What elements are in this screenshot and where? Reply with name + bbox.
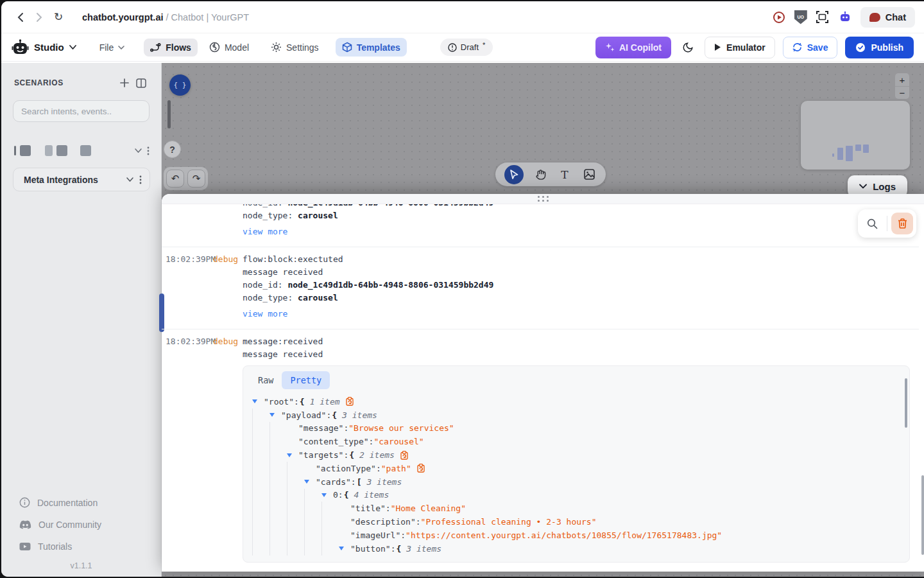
dark-mode-toggle[interactable] — [679, 39, 697, 57]
log-entry: 18:02:39PMdebugmessage:receivedmessage r… — [162, 329, 919, 572]
scenario-group-meta-integrations[interactable]: Meta Integrations — [13, 168, 150, 191]
model-label: Model — [225, 42, 249, 53]
kebab-menu-icon[interactable] — [139, 175, 142, 184]
copy-icon[interactable] — [417, 464, 425, 473]
indent-guide — [321, 542, 339, 556]
indent-guide — [270, 489, 287, 502]
settings-label: Settings — [286, 42, 319, 53]
copy-icon[interactable] — [400, 451, 408, 460]
log-search-button[interactable] — [861, 213, 883, 234]
json-count: 2 items — [359, 450, 395, 460]
tutorials-link[interactable]: Tutorials — [1, 536, 161, 557]
kebab-menu-icon[interactable] — [147, 146, 150, 155]
json-tree-row: "payload" : {3 items — [252, 408, 900, 422]
indent-guide — [321, 502, 339, 515]
browser-back-icon[interactable] — [10, 8, 30, 27]
zoom-out-button[interactable]: − — [895, 86, 909, 99]
json-tree-row: "button" : {3 items — [252, 542, 900, 556]
screenshot-extension-icon[interactable] — [816, 10, 830, 24]
indent-guide — [252, 448, 270, 462]
minimap-node — [855, 144, 861, 151]
scenario-list-item[interactable] — [14, 145, 150, 156]
chat-bubble-icon — [869, 13, 880, 22]
indent-guide — [270, 529, 287, 542]
canvas-drag-handle[interactable] — [167, 100, 171, 128]
minimap-node — [832, 153, 834, 157]
browser-forward-icon[interactable] — [30, 8, 49, 27]
zoom-in-button[interactable]: + — [895, 73, 909, 86]
ai-copilot-button[interactable]: AI Copilot — [595, 37, 671, 58]
select-tool-button[interactable] — [504, 165, 524, 184]
chevron-down-icon[interactable] — [126, 177, 133, 182]
browser-reload-icon[interactable]: ↻ — [49, 8, 68, 27]
search-input[interactable] — [21, 107, 141, 116]
tab-raw[interactable]: Raw — [250, 371, 282, 389]
collapse-arrow[interactable] — [252, 395, 264, 408]
file-menu[interactable]: File — [93, 39, 132, 57]
redo-button[interactable]: ↷ — [187, 170, 205, 188]
tab-model[interactable]: Model — [203, 38, 255, 57]
save-button[interactable]: Save — [783, 37, 838, 58]
collapse-arrow[interactable] — [321, 489, 333, 502]
documentation-link[interactable]: Documentation — [1, 491, 161, 514]
json-colon: : — [343, 450, 348, 460]
chat-extension-button[interactable]: Chat — [860, 7, 915, 28]
tab-settings[interactable]: Settings — [264, 38, 325, 57]
minimap[interactable] — [801, 101, 910, 170]
emulator-button[interactable]: Emulator — [705, 37, 775, 58]
tab-flows[interactable]: Flows — [144, 39, 198, 57]
collapse-sidebar-button[interactable] — [133, 74, 150, 91]
tab-templates[interactable]: Templates — [336, 38, 407, 57]
json-colon: : — [294, 397, 299, 407]
tab-pretty[interactable]: Pretty — [282, 371, 330, 389]
collapse-arrow[interactable] — [287, 448, 298, 462]
robot-extension-icon[interactable] — [838, 10, 852, 24]
shield-extension-icon[interactable]: UO — [794, 10, 807, 24]
text-tool-button[interactable]: T — [557, 167, 572, 182]
json-tree-row: "targets" : {2 items — [252, 448, 900, 462]
pan-tool-button[interactable] — [533, 167, 548, 182]
json-key: "actionType" — [316, 464, 376, 473]
collapse-arrow[interactable] — [270, 408, 281, 422]
undo-button[interactable]: ↶ — [166, 170, 184, 188]
json-tree-row: "root" : {1 item — [252, 395, 900, 408]
search-icon — [867, 218, 878, 229]
ai-copilot-label: AI Copilot — [619, 42, 662, 53]
indent-guide — [321, 515, 339, 529]
json-viewer-scrollbar[interactable] — [905, 378, 907, 428]
publish-button[interactable]: Publish — [845, 37, 914, 58]
json-key: 0 — [333, 490, 338, 500]
scenario-search[interactable] — [13, 100, 150, 122]
image-tool-button[interactable] — [581, 167, 597, 182]
indent-guide — [304, 515, 321, 529]
copy-icon[interactable] — [346, 397, 354, 406]
record-extension-icon[interactable] — [772, 10, 786, 24]
clear-logs-button[interactable] — [891, 213, 913, 234]
sparkles-icon — [605, 42, 615, 52]
studio-menu[interactable]: Studio — [12, 39, 76, 56]
view-more-link[interactable]: view more — [243, 225, 287, 238]
collapse-arrow[interactable] — [304, 475, 316, 489]
json-colon: : — [416, 517, 421, 527]
discord-icon — [19, 520, 31, 530]
indent-guide — [304, 489, 321, 502]
indent-guide — [287, 502, 304, 515]
add-scenario-button[interactable] — [116, 74, 133, 91]
view-less-link[interactable]: view less — [243, 571, 287, 572]
logs-scrollbar[interactable] — [921, 475, 924, 555]
url-bar[interactable]: chatbot.yourgpt.ai / Chatbot | YourGPT — [82, 12, 249, 22]
log-level-badge — [213, 204, 243, 238]
logs-panel-drag-bar[interactable] — [162, 194, 924, 204]
chevron-down-icon[interactable] — [135, 148, 142, 153]
community-link[interactable]: Our Community — [1, 514, 161, 536]
help-button[interactable]: ? — [164, 141, 181, 158]
json-bracket: { — [344, 490, 349, 500]
variables-json-button[interactable]: { } — [169, 74, 191, 96]
skeleton-block — [45, 145, 53, 156]
log-body: message:receivedmessage receivedRawPrett… — [243, 335, 919, 572]
sidebar-title: SCENARIOS — [14, 78, 116, 87]
indent-guide — [270, 435, 287, 448]
view-more-link[interactable]: view more — [243, 308, 287, 320]
draft-status-badge[interactable]: Draft * — [440, 39, 493, 56]
collapse-arrow[interactable] — [339, 542, 350, 556]
